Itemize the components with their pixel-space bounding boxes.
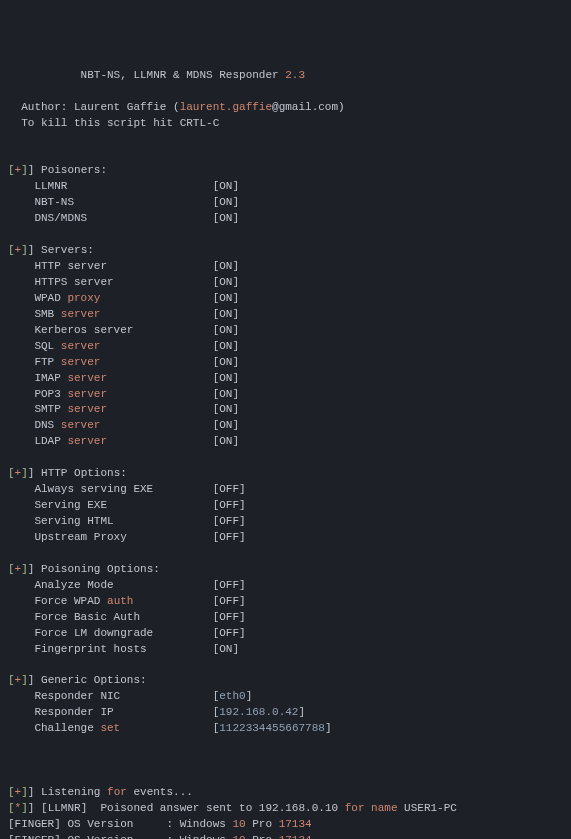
item-pad xyxy=(100,340,212,352)
item-pad xyxy=(100,356,212,368)
item-pad xyxy=(100,292,212,304)
item-pad xyxy=(147,643,213,655)
http-options-header-label: ] HTTP Options: xyxy=(28,467,127,479)
author-suffix: @gmail.com) xyxy=(272,101,345,113)
item-name: Serving HTML xyxy=(8,515,114,527)
poisoning-options-header-label: ] Poisoning Options: xyxy=(28,563,160,575)
item-name: LDAP xyxy=(8,435,67,447)
listening-prefix: ] Listening xyxy=(28,786,107,798)
listening-suffix: events... xyxy=(127,786,193,798)
item-name: SQL xyxy=(8,340,61,352)
challenge-row: Challenge set [1122334455667788] xyxy=(8,721,563,737)
listening-line: [+]] Listening for events... xyxy=(8,785,563,801)
finger-mid: Pro xyxy=(246,834,279,839)
item-state: [ON] xyxy=(213,260,239,272)
item-name: Always serving EXE xyxy=(8,483,153,495)
http-option-row: Always serving EXE [OFF] xyxy=(8,482,563,498)
poisoner-row: DNS/MDNS [ON] xyxy=(8,211,563,227)
for-name-keyword: for name xyxy=(345,802,398,814)
blank-line xyxy=(8,450,563,466)
challenge-close: ] xyxy=(325,722,332,734)
log-text: ] [LLMNR] Poisoned answer sent to 192.16… xyxy=(28,802,345,814)
server-row: LDAP server [ON] xyxy=(8,434,563,450)
item-keyword: server xyxy=(61,340,101,352)
item-state: [ON] xyxy=(213,324,239,336)
poisoners-header-label: ] Poisoners: xyxy=(28,164,107,176)
kill-text: To kill this script hit CRTL-C xyxy=(8,117,219,129)
item-state: [ON] xyxy=(213,196,239,208)
server-row: WPAD proxy [ON] xyxy=(8,291,563,307)
http-options-header: [+]] HTTP Options: xyxy=(8,466,563,482)
item-state: [OFF] xyxy=(213,531,246,543)
item-pad xyxy=(114,276,213,288)
bracket-open: [ xyxy=(8,164,15,176)
challenge-keyword: set xyxy=(100,722,120,734)
item-state: [ON] xyxy=(213,388,239,400)
item-name: DNS/MDNS xyxy=(8,212,87,224)
author-prefix: Author: Laurent Gaffie ( xyxy=(8,101,180,113)
title-line: NBT-NS, LLMNR & MDNS Responder 2.3 xyxy=(8,68,563,84)
finger-num: 17134 xyxy=(279,834,312,839)
item-keyword: server xyxy=(61,419,101,431)
title-text: NBT-NS, LLMNR & MDNS Responder xyxy=(8,69,285,81)
listening-for: for xyxy=(107,786,127,798)
item-state: [ON] xyxy=(213,308,239,320)
item-state: [ON] xyxy=(213,340,239,352)
item-keyword: server xyxy=(61,356,101,368)
bracket-open: [ xyxy=(8,563,15,575)
finger-num: 17134 xyxy=(279,818,312,830)
log-target: USER1-PC xyxy=(398,802,457,814)
ip-close: ] xyxy=(298,706,305,718)
challenge-label: Challenge xyxy=(8,722,100,734)
version-number: 2.3 xyxy=(285,69,305,81)
poisoning-option-row: Analyze Mode [OFF] xyxy=(8,578,563,594)
finger-num: 10 xyxy=(232,834,245,839)
item-state: [ON] xyxy=(213,356,239,368)
item-state: [ON] xyxy=(213,180,239,192)
item-pad xyxy=(114,579,213,591)
responder-nic-row: Responder NIC [eth0] xyxy=(8,689,563,705)
responder-ip-row: Responder IP [192.168.0.42] xyxy=(8,705,563,721)
server-row: HTTP server [ON] xyxy=(8,259,563,275)
poisoning-option-row: Force Basic Auth [OFF] xyxy=(8,610,563,626)
item-state: [ON] xyxy=(213,372,239,384)
ip-label: Responder IP [ xyxy=(8,706,219,718)
item-keyword: server xyxy=(67,372,107,384)
item-pad xyxy=(74,196,213,208)
blank-line xyxy=(8,147,563,163)
bracket-open: [ xyxy=(8,674,15,686)
item-name: Analyze Mode xyxy=(8,579,114,591)
item-pad xyxy=(114,515,213,527)
server-row: DNS server [ON] xyxy=(8,418,563,434)
item-state: [OFF] xyxy=(213,579,246,591)
poisoning-option-row: Force WPAD auth [OFF] xyxy=(8,594,563,610)
nic-close: ] xyxy=(246,690,253,702)
blank-line xyxy=(8,769,563,785)
bracket-close: ] xyxy=(21,802,28,814)
server-row: SQL server [ON] xyxy=(8,339,563,355)
bracket-close: ] xyxy=(21,164,28,176)
item-name: HTTPS server xyxy=(8,276,114,288)
poisoning-option-row: Fingerprint hosts [ON] xyxy=(8,642,563,658)
finger-line: [FINGER] OS Version : Windows 10 Pro 171… xyxy=(8,817,563,833)
item-state: [ON] xyxy=(213,276,239,288)
item-pad xyxy=(87,212,212,224)
item-name: IMAP xyxy=(8,372,67,384)
item-state: [OFF] xyxy=(213,595,246,607)
generic-options-header: [+]] Generic Options: xyxy=(8,673,563,689)
item-name: Fingerprint hosts xyxy=(8,643,147,655)
bracket-close: ] xyxy=(21,674,28,686)
item-state: [ON] xyxy=(213,643,239,655)
item-pad xyxy=(133,595,212,607)
item-pad xyxy=(100,419,212,431)
blank-line xyxy=(8,227,563,243)
item-state: [OFF] xyxy=(213,499,246,511)
item-pad xyxy=(107,499,213,511)
http-option-row: Serving EXE [OFF] xyxy=(8,498,563,514)
item-pad xyxy=(67,180,212,192)
item-name: Kerberos server xyxy=(8,324,133,336)
server-row: SMB server [ON] xyxy=(8,307,563,323)
item-pad xyxy=(100,308,212,320)
item-state: [OFF] xyxy=(213,611,246,623)
item-keyword: server xyxy=(61,308,101,320)
